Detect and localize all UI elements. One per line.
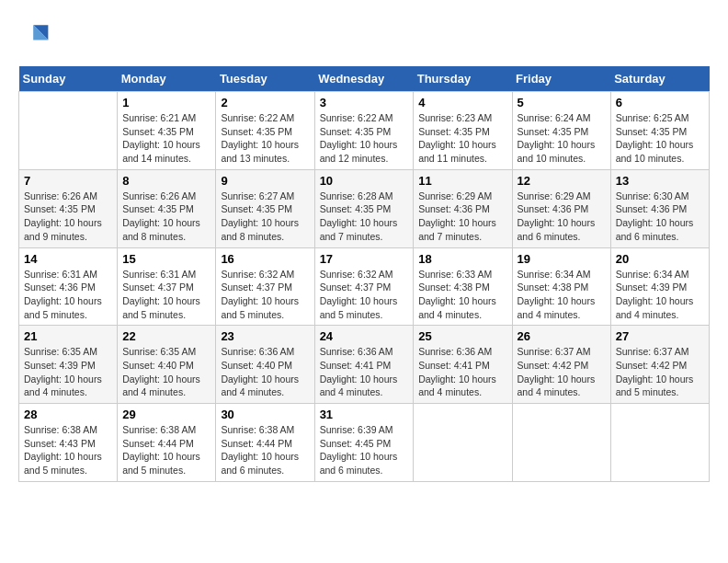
day-info: Sunrise: 6:36 AM Sunset: 4:41 PM Dayligh…: [418, 345, 506, 399]
day-number: 2: [221, 96, 309, 109]
day-cell: 19Sunrise: 6:34 AM Sunset: 4:38 PM Dayli…: [512, 247, 610, 326]
day-cell: 8Sunrise: 6:26 AM Sunset: 4:35 PM Daylig…: [118, 169, 216, 247]
day-number: 18: [418, 252, 506, 266]
day-cell: [19, 92, 118, 170]
day-number: 14: [24, 252, 112, 266]
day-cell: 7Sunrise: 6:26 AM Sunset: 4:35 PM Daylig…: [19, 169, 118, 247]
week-row-3: 14Sunrise: 6:31 AM Sunset: 4:36 PM Dayli…: [19, 247, 710, 326]
day-info: Sunrise: 6:28 AM Sunset: 4:35 PM Dayligh…: [320, 190, 409, 244]
day-cell: [610, 404, 709, 482]
day-number: 20: [616, 252, 704, 266]
day-cell: 30Sunrise: 6:38 AM Sunset: 4:44 PM Dayli…: [216, 404, 314, 482]
day-info: Sunrise: 6:35 AM Sunset: 4:40 PM Dayligh…: [122, 345, 210, 399]
day-info: Sunrise: 6:32 AM Sunset: 4:37 PM Dayligh…: [221, 268, 309, 322]
day-number: 17: [320, 252, 409, 266]
day-number: 28: [24, 408, 112, 421]
day-number: 22: [122, 329, 210, 343]
day-cell: 17Sunrise: 6:32 AM Sunset: 4:37 PM Dayli…: [314, 247, 414, 326]
day-cell: 21Sunrise: 6:35 AM Sunset: 4:39 PM Dayli…: [19, 326, 118, 404]
day-cell: 10Sunrise: 6:28 AM Sunset: 4:35 PM Dayli…: [314, 169, 414, 247]
weekday-header-row: SundayMondayTuesdayWednesdayThursdayFrid…: [19, 66, 710, 92]
day-number: 6: [616, 96, 704, 109]
day-number: 13: [616, 174, 704, 188]
day-number: 10: [320, 174, 409, 188]
day-number: 12: [518, 174, 606, 188]
day-cell: 27Sunrise: 6:37 AM Sunset: 4:42 PM Dayli…: [610, 326, 709, 404]
day-number: 4: [418, 96, 506, 109]
day-number: 21: [24, 329, 112, 343]
day-info: Sunrise: 6:27 AM Sunset: 4:35 PM Dayligh…: [221, 190, 309, 244]
day-info: Sunrise: 6:25 AM Sunset: 4:35 PM Dayligh…: [616, 111, 704, 166]
day-number: 7: [24, 174, 112, 188]
day-number: 29: [122, 408, 210, 421]
week-row-2: 7Sunrise: 6:26 AM Sunset: 4:35 PM Daylig…: [19, 169, 710, 247]
day-number: 8: [122, 174, 210, 188]
day-number: 9: [221, 174, 309, 188]
day-info: Sunrise: 6:30 AM Sunset: 4:36 PM Dayligh…: [616, 190, 704, 244]
day-cell: 28Sunrise: 6:38 AM Sunset: 4:43 PM Dayli…: [19, 404, 118, 482]
day-info: Sunrise: 6:38 AM Sunset: 4:44 PM Dayligh…: [122, 423, 210, 477]
day-cell: 3Sunrise: 6:22 AM Sunset: 4:35 PM Daylig…: [314, 92, 414, 170]
day-cell: 23Sunrise: 6:36 AM Sunset: 4:40 PM Dayli…: [216, 326, 314, 404]
day-info: Sunrise: 6:37 AM Sunset: 4:42 PM Dayligh…: [518, 345, 606, 399]
day-cell: 14Sunrise: 6:31 AM Sunset: 4:36 PM Dayli…: [19, 247, 118, 326]
day-cell: 15Sunrise: 6:31 AM Sunset: 4:37 PM Dayli…: [118, 247, 216, 326]
day-info: Sunrise: 6:36 AM Sunset: 4:40 PM Dayligh…: [221, 345, 309, 399]
day-info: Sunrise: 6:29 AM Sunset: 4:36 PM Dayligh…: [518, 190, 606, 244]
weekday-header-wednesday: Wednesday: [314, 66, 414, 92]
day-number: 26: [518, 329, 606, 343]
day-number: 3: [320, 96, 409, 109]
day-info: Sunrise: 6:26 AM Sunset: 4:35 PM Dayligh…: [24, 190, 112, 244]
day-cell: 31Sunrise: 6:39 AM Sunset: 4:45 PM Dayli…: [314, 404, 414, 482]
day-cell: 1Sunrise: 6:21 AM Sunset: 4:35 PM Daylig…: [118, 92, 216, 170]
day-cell: 18Sunrise: 6:33 AM Sunset: 4:38 PM Dayli…: [414, 247, 512, 326]
day-number: 27: [616, 329, 704, 343]
day-info: Sunrise: 6:29 AM Sunset: 4:36 PM Dayligh…: [418, 190, 506, 244]
day-cell: 29Sunrise: 6:38 AM Sunset: 4:44 PM Dayli…: [118, 404, 216, 482]
day-cell: 5Sunrise: 6:24 AM Sunset: 4:35 PM Daylig…: [512, 92, 610, 170]
day-info: Sunrise: 6:38 AM Sunset: 4:44 PM Dayligh…: [221, 423, 309, 477]
calendar-table: SundayMondayTuesdayWednesdayThursdayFrid…: [18, 66, 710, 482]
day-cell: 13Sunrise: 6:30 AM Sunset: 4:36 PM Dayli…: [610, 169, 709, 247]
day-info: Sunrise: 6:33 AM Sunset: 4:38 PM Dayligh…: [418, 268, 506, 322]
day-info: Sunrise: 6:37 AM Sunset: 4:42 PM Dayligh…: [616, 345, 704, 399]
weekday-header-monday: Monday: [118, 66, 216, 92]
day-cell: 12Sunrise: 6:29 AM Sunset: 4:36 PM Dayli…: [512, 169, 610, 247]
day-info: Sunrise: 6:32 AM Sunset: 4:37 PM Dayligh…: [320, 268, 409, 322]
page-header: [18, 18, 710, 52]
weekday-header-saturday: Saturday: [610, 66, 709, 92]
day-number: 19: [518, 252, 606, 266]
day-cell: 2Sunrise: 6:22 AM Sunset: 4:35 PM Daylig…: [216, 92, 314, 170]
day-info: Sunrise: 6:23 AM Sunset: 4:35 PM Dayligh…: [418, 111, 506, 166]
logo: [18, 18, 55, 52]
day-info: Sunrise: 6:38 AM Sunset: 4:43 PM Dayligh…: [24, 423, 112, 477]
day-cell: 20Sunrise: 6:34 AM Sunset: 4:39 PM Dayli…: [610, 247, 709, 326]
day-cell: [414, 404, 512, 482]
day-number: 15: [122, 252, 210, 266]
day-cell: 24Sunrise: 6:36 AM Sunset: 4:41 PM Dayli…: [314, 326, 414, 404]
day-info: Sunrise: 6:34 AM Sunset: 4:39 PM Dayligh…: [616, 268, 704, 322]
day-number: 11: [418, 174, 506, 188]
day-number: 16: [221, 252, 309, 266]
day-number: 25: [418, 329, 506, 343]
day-info: Sunrise: 6:31 AM Sunset: 4:37 PM Dayligh…: [122, 268, 210, 322]
day-info: Sunrise: 6:21 AM Sunset: 4:35 PM Dayligh…: [122, 111, 210, 166]
week-row-5: 28Sunrise: 6:38 AM Sunset: 4:43 PM Dayli…: [19, 404, 710, 482]
day-number: 1: [122, 96, 210, 109]
day-cell: 11Sunrise: 6:29 AM Sunset: 4:36 PM Dayli…: [414, 169, 512, 247]
day-info: Sunrise: 6:31 AM Sunset: 4:36 PM Dayligh…: [24, 268, 112, 322]
logo-icon: [18, 18, 51, 52]
day-info: Sunrise: 6:35 AM Sunset: 4:39 PM Dayligh…: [24, 345, 112, 399]
weekday-header-friday: Friday: [512, 66, 610, 92]
day-cell: 9Sunrise: 6:27 AM Sunset: 4:35 PM Daylig…: [216, 169, 314, 247]
week-row-4: 21Sunrise: 6:35 AM Sunset: 4:39 PM Dayli…: [19, 326, 710, 404]
day-cell: 16Sunrise: 6:32 AM Sunset: 4:37 PM Dayli…: [216, 247, 314, 326]
day-number: 5: [518, 96, 606, 109]
day-info: Sunrise: 6:34 AM Sunset: 4:38 PM Dayligh…: [518, 268, 606, 322]
day-cell: 25Sunrise: 6:36 AM Sunset: 4:41 PM Dayli…: [414, 326, 512, 404]
day-cell: 4Sunrise: 6:23 AM Sunset: 4:35 PM Daylig…: [414, 92, 512, 170]
day-cell: 6Sunrise: 6:25 AM Sunset: 4:35 PM Daylig…: [610, 92, 709, 170]
day-number: 31: [320, 408, 409, 421]
day-info: Sunrise: 6:26 AM Sunset: 4:35 PM Dayligh…: [122, 190, 210, 244]
day-number: 30: [221, 408, 309, 421]
